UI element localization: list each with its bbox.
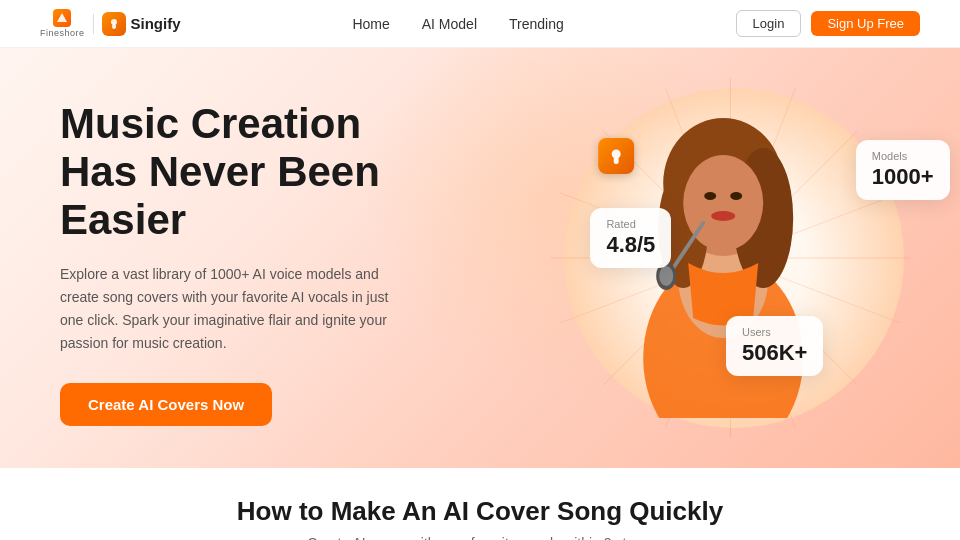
hero-title: Music Creation Has Never Been Easier <box>60 100 400 245</box>
navbar: Fineshore Singify Home AI Model Trending… <box>0 0 960 48</box>
fineshare-logo[interactable]: Fineshore <box>40 9 85 38</box>
cta-button[interactable]: Create AI Covers Now <box>60 383 272 426</box>
how-to-title: How to Make An AI Cover Song Quickly <box>40 496 920 527</box>
rated-label: Rated <box>606 218 655 230</box>
how-to-section: How to Make An AI Cover Song Quickly Cre… <box>0 468 960 540</box>
signup-button[interactable]: Sign Up Free <box>811 11 920 36</box>
singify-app-icon <box>102 12 126 36</box>
brand-area: Fineshore Singify <box>40 9 181 38</box>
auth-actions: Login Sign Up Free <box>736 10 920 37</box>
login-button[interactable]: Login <box>736 10 802 37</box>
hero-section: Music Creation Has Never Been Easier Exp… <box>0 48 960 468</box>
brand-divider <box>93 14 94 34</box>
singify-label: Singify <box>131 15 181 32</box>
models-label: Models <box>872 150 934 162</box>
svg-point-23 <box>659 266 673 286</box>
hero-description: Explore a vast library of 1000+ AI voice… <box>60 263 400 355</box>
app-badge-on-singer <box>598 138 634 174</box>
hero-visual: Rated 4.8/5 Models 1000+ Users 506K+ <box>440 48 960 468</box>
stat-users-card: Users 506K+ <box>726 316 823 376</box>
stat-rated-card: Rated 4.8/5 <box>590 208 671 268</box>
singify-logo[interactable]: Singify <box>102 12 181 36</box>
users-value: 506K+ <box>742 340 807 366</box>
nav-links: Home AI Model Trending <box>352 16 563 32</box>
hero-content: Music Creation Has Never Been Easier Exp… <box>0 48 440 468</box>
fineshare-label: Fineshore <box>40 28 85 38</box>
svg-point-20 <box>711 211 735 221</box>
nav-ai-model[interactable]: AI Model <box>422 16 477 32</box>
rated-value: 4.8/5 <box>606 232 655 258</box>
svg-marker-0 <box>57 13 67 22</box>
nav-home[interactable]: Home <box>352 16 389 32</box>
users-label: Users <box>742 326 807 338</box>
svg-point-18 <box>704 192 716 200</box>
models-value: 1000+ <box>872 164 934 190</box>
svg-rect-25 <box>614 157 619 164</box>
how-to-subtitle: Create AI songs with your favorite vocal… <box>40 535 920 540</box>
nav-trending[interactable]: Trending <box>509 16 564 32</box>
stat-models-card: Models 1000+ <box>856 140 950 200</box>
fineshare-icon <box>53 9 71 27</box>
svg-rect-2 <box>112 24 116 29</box>
svg-point-19 <box>730 192 742 200</box>
